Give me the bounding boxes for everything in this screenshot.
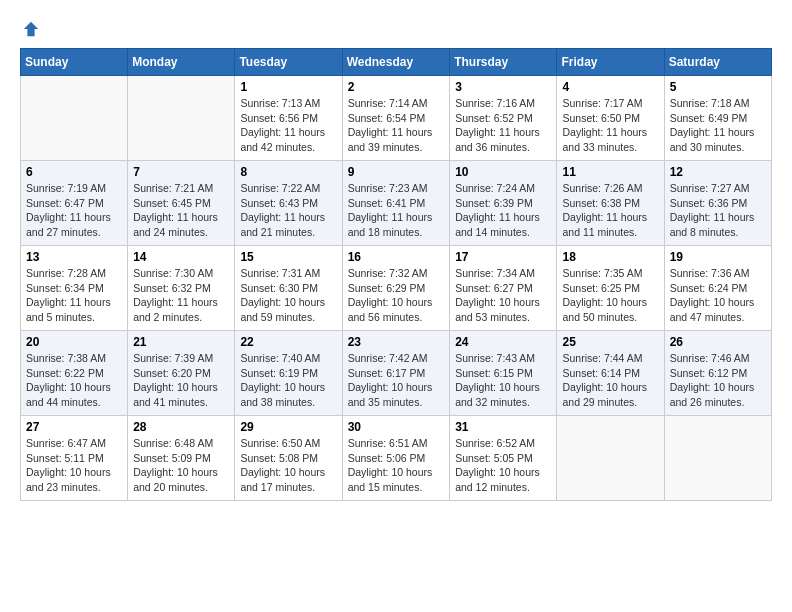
calendar-cell-3-2: 14Sunrise: 7:30 AMSunset: 6:32 PMDayligh… [128, 246, 235, 331]
calendar-cell-3-3: 15Sunrise: 7:31 AMSunset: 6:30 PMDayligh… [235, 246, 342, 331]
day-detail: Sunrise: 7:13 AMSunset: 6:56 PMDaylight:… [240, 96, 336, 155]
day-detail: Sunrise: 7:27 AMSunset: 6:36 PMDaylight:… [670, 181, 766, 240]
calendar-cell-1-2 [128, 76, 235, 161]
calendar-cell-2-3: 8Sunrise: 7:22 AMSunset: 6:43 PMDaylight… [235, 161, 342, 246]
calendar-week-1: 1Sunrise: 7:13 AMSunset: 6:56 PMDaylight… [21, 76, 772, 161]
calendar-cell-3-1: 13Sunrise: 7:28 AMSunset: 6:34 PMDayligh… [21, 246, 128, 331]
calendar-table: SundayMondayTuesdayWednesdayThursdayFrid… [20, 48, 772, 501]
calendar-cell-5-6 [557, 416, 664, 501]
day-detail: Sunrise: 7:17 AMSunset: 6:50 PMDaylight:… [562, 96, 658, 155]
calendar-cell-1-4: 2Sunrise: 7:14 AMSunset: 6:54 PMDaylight… [342, 76, 450, 161]
day-header-friday: Friday [557, 49, 664, 76]
day-number: 15 [240, 250, 336, 264]
day-header-monday: Monday [128, 49, 235, 76]
calendar-cell-1-1 [21, 76, 128, 161]
day-number: 29 [240, 420, 336, 434]
day-header-saturday: Saturday [664, 49, 771, 76]
calendar-cell-1-5: 3Sunrise: 7:16 AMSunset: 6:52 PMDaylight… [450, 76, 557, 161]
logo [20, 20, 40, 38]
day-number: 24 [455, 335, 551, 349]
day-detail: Sunrise: 6:50 AMSunset: 5:08 PMDaylight:… [240, 436, 336, 495]
calendar-cell-5-4: 30Sunrise: 6:51 AMSunset: 5:06 PMDayligh… [342, 416, 450, 501]
calendar-week-2: 6Sunrise: 7:19 AMSunset: 6:47 PMDaylight… [21, 161, 772, 246]
day-header-thursday: Thursday [450, 49, 557, 76]
day-header-sunday: Sunday [21, 49, 128, 76]
day-number: 31 [455, 420, 551, 434]
calendar-cell-4-7: 26Sunrise: 7:46 AMSunset: 6:12 PMDayligh… [664, 331, 771, 416]
calendar-cell-4-3: 22Sunrise: 7:40 AMSunset: 6:19 PMDayligh… [235, 331, 342, 416]
svg-marker-0 [24, 22, 38, 36]
day-number: 7 [133, 165, 229, 179]
day-number: 3 [455, 80, 551, 94]
day-detail: Sunrise: 7:26 AMSunset: 6:38 PMDaylight:… [562, 181, 658, 240]
calendar-cell-3-4: 16Sunrise: 7:32 AMSunset: 6:29 PMDayligh… [342, 246, 450, 331]
day-detail: Sunrise: 7:30 AMSunset: 6:32 PMDaylight:… [133, 266, 229, 325]
calendar-cell-5-2: 28Sunrise: 6:48 AMSunset: 5:09 PMDayligh… [128, 416, 235, 501]
calendar-cell-3-7: 19Sunrise: 7:36 AMSunset: 6:24 PMDayligh… [664, 246, 771, 331]
day-detail: Sunrise: 7:24 AMSunset: 6:39 PMDaylight:… [455, 181, 551, 240]
day-number: 11 [562, 165, 658, 179]
calendar-cell-4-1: 20Sunrise: 7:38 AMSunset: 6:22 PMDayligh… [21, 331, 128, 416]
day-number: 27 [26, 420, 122, 434]
day-number: 16 [348, 250, 445, 264]
day-number: 14 [133, 250, 229, 264]
day-detail: Sunrise: 7:38 AMSunset: 6:22 PMDaylight:… [26, 351, 122, 410]
day-header-wednesday: Wednesday [342, 49, 450, 76]
day-number: 5 [670, 80, 766, 94]
day-detail: Sunrise: 7:28 AMSunset: 6:34 PMDaylight:… [26, 266, 122, 325]
day-number: 9 [348, 165, 445, 179]
calendar-cell-5-7 [664, 416, 771, 501]
day-detail: Sunrise: 6:47 AMSunset: 5:11 PMDaylight:… [26, 436, 122, 495]
calendar-cell-3-5: 17Sunrise: 7:34 AMSunset: 6:27 PMDayligh… [450, 246, 557, 331]
calendar-cell-2-2: 7Sunrise: 7:21 AMSunset: 6:45 PMDaylight… [128, 161, 235, 246]
calendar-cell-4-6: 25Sunrise: 7:44 AMSunset: 6:14 PMDayligh… [557, 331, 664, 416]
day-detail: Sunrise: 7:18 AMSunset: 6:49 PMDaylight:… [670, 96, 766, 155]
day-detail: Sunrise: 7:32 AMSunset: 6:29 PMDaylight:… [348, 266, 445, 325]
page-header [20, 20, 772, 38]
calendar-cell-4-4: 23Sunrise: 7:42 AMSunset: 6:17 PMDayligh… [342, 331, 450, 416]
day-detail: Sunrise: 6:48 AMSunset: 5:09 PMDaylight:… [133, 436, 229, 495]
calendar-cell-5-1: 27Sunrise: 6:47 AMSunset: 5:11 PMDayligh… [21, 416, 128, 501]
day-detail: Sunrise: 7:16 AMSunset: 6:52 PMDaylight:… [455, 96, 551, 155]
day-number: 30 [348, 420, 445, 434]
day-number: 10 [455, 165, 551, 179]
day-number: 19 [670, 250, 766, 264]
day-detail: Sunrise: 7:43 AMSunset: 6:15 PMDaylight:… [455, 351, 551, 410]
calendar-week-3: 13Sunrise: 7:28 AMSunset: 6:34 PMDayligh… [21, 246, 772, 331]
day-detail: Sunrise: 7:23 AMSunset: 6:41 PMDaylight:… [348, 181, 445, 240]
calendar-cell-1-6: 4Sunrise: 7:17 AMSunset: 6:50 PMDaylight… [557, 76, 664, 161]
day-number: 1 [240, 80, 336, 94]
calendar-cell-1-3: 1Sunrise: 7:13 AMSunset: 6:56 PMDaylight… [235, 76, 342, 161]
day-number: 28 [133, 420, 229, 434]
calendar-cell-4-2: 21Sunrise: 7:39 AMSunset: 6:20 PMDayligh… [128, 331, 235, 416]
calendar-cell-2-5: 10Sunrise: 7:24 AMSunset: 6:39 PMDayligh… [450, 161, 557, 246]
day-number: 12 [670, 165, 766, 179]
calendar-cell-2-7: 12Sunrise: 7:27 AMSunset: 6:36 PMDayligh… [664, 161, 771, 246]
day-detail: Sunrise: 7:21 AMSunset: 6:45 PMDaylight:… [133, 181, 229, 240]
calendar-cell-1-7: 5Sunrise: 7:18 AMSunset: 6:49 PMDaylight… [664, 76, 771, 161]
day-detail: Sunrise: 7:22 AMSunset: 6:43 PMDaylight:… [240, 181, 336, 240]
calendar-cell-4-5: 24Sunrise: 7:43 AMSunset: 6:15 PMDayligh… [450, 331, 557, 416]
calendar-cell-2-4: 9Sunrise: 7:23 AMSunset: 6:41 PMDaylight… [342, 161, 450, 246]
day-number: 2 [348, 80, 445, 94]
day-detail: Sunrise: 7:19 AMSunset: 6:47 PMDaylight:… [26, 181, 122, 240]
calendar-header-row: SundayMondayTuesdayWednesdayThursdayFrid… [21, 49, 772, 76]
calendar-week-4: 20Sunrise: 7:38 AMSunset: 6:22 PMDayligh… [21, 331, 772, 416]
day-number: 23 [348, 335, 445, 349]
calendar-cell-2-1: 6Sunrise: 7:19 AMSunset: 6:47 PMDaylight… [21, 161, 128, 246]
day-detail: Sunrise: 7:36 AMSunset: 6:24 PMDaylight:… [670, 266, 766, 325]
day-detail: Sunrise: 7:35 AMSunset: 6:25 PMDaylight:… [562, 266, 658, 325]
day-number: 26 [670, 335, 766, 349]
day-detail: Sunrise: 7:39 AMSunset: 6:20 PMDaylight:… [133, 351, 229, 410]
day-detail: Sunrise: 7:42 AMSunset: 6:17 PMDaylight:… [348, 351, 445, 410]
day-detail: Sunrise: 7:40 AMSunset: 6:19 PMDaylight:… [240, 351, 336, 410]
day-number: 18 [562, 250, 658, 264]
day-number: 22 [240, 335, 336, 349]
calendar-cell-3-6: 18Sunrise: 7:35 AMSunset: 6:25 PMDayligh… [557, 246, 664, 331]
day-header-tuesday: Tuesday [235, 49, 342, 76]
day-number: 20 [26, 335, 122, 349]
day-detail: Sunrise: 6:51 AMSunset: 5:06 PMDaylight:… [348, 436, 445, 495]
day-detail: Sunrise: 7:14 AMSunset: 6:54 PMDaylight:… [348, 96, 445, 155]
day-detail: Sunrise: 6:52 AMSunset: 5:05 PMDaylight:… [455, 436, 551, 495]
calendar-cell-5-3: 29Sunrise: 6:50 AMSunset: 5:08 PMDayligh… [235, 416, 342, 501]
